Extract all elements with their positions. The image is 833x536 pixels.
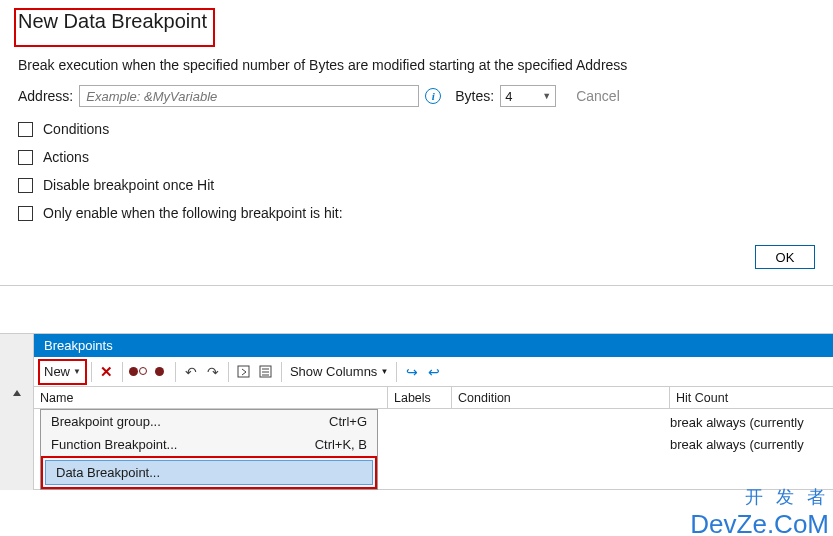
toolbar-separator (396, 362, 397, 382)
disable-once-hit-label: Disable breakpoint once Hit (43, 177, 214, 193)
breakpoints-grid: Name Labels Condition Hit Count Breakpoi… (34, 387, 833, 490)
actions-checkbox[interactable] (18, 150, 33, 165)
redo-icon[interactable]: ↷ (202, 361, 224, 383)
menu-item-label: Breakpoint group... (51, 414, 161, 429)
cell-hit-count: break always (currently (670, 415, 833, 430)
toolbar-separator (281, 362, 282, 382)
col-labels[interactable]: Labels (388, 387, 452, 408)
only-enable-when-row[interactable]: Only enable when the following breakpoin… (18, 205, 815, 221)
address-input[interactable] (79, 85, 419, 107)
menu-item-breakpoint-group[interactable]: Breakpoint group... Ctrl+G (41, 410, 377, 433)
actions-row[interactable]: Actions (18, 149, 815, 165)
disable-once-hit-row[interactable]: Disable breakpoint once Hit (18, 177, 815, 193)
toolbar-separator (175, 362, 176, 382)
expand-triangle-icon[interactable] (13, 390, 21, 396)
toolbar-separator (228, 362, 229, 382)
address-row: Address: i Bytes: 4 ▼ Cancel (18, 85, 815, 107)
cell-hit-count: break always (currently (670, 437, 833, 452)
grid-header: Name Labels Condition Hit Count (34, 387, 833, 409)
new-dropdown-button[interactable]: New ▼ (38, 359, 87, 385)
watermark-line2: DevZe.CoM (690, 509, 829, 536)
address-label: Address: (18, 88, 73, 104)
menu-item-label: Function Breakpoint... (51, 437, 177, 452)
enable-all-icon[interactable] (149, 361, 171, 383)
cancel-link[interactable]: Cancel (576, 88, 620, 104)
undo-icon[interactable]: ↶ (180, 361, 202, 383)
menu-item-data-breakpoint[interactable]: Data Breakpoint... (45, 460, 373, 485)
toggle-all-icon[interactable] (127, 361, 149, 383)
menu-item-label: Data Breakpoint... (56, 465, 160, 480)
chevron-down-icon: ▼ (73, 367, 81, 376)
only-enable-when-label: Only enable when the following breakpoin… (43, 205, 343, 221)
toolbar-separator (91, 362, 92, 382)
bytes-value: 4 (505, 89, 512, 104)
panel-gutter (0, 334, 34, 490)
panel-toolbar: New ▼ ✕ ↶ ↷ Show Columns (34, 357, 833, 387)
col-condition[interactable]: Condition (452, 387, 670, 408)
new-data-breakpoint-dialog: New Data Breakpoint Break execution when… (0, 0, 833, 285)
dialog-description: Break execution when the specified numbe… (18, 57, 815, 73)
info-icon[interactable]: i (425, 88, 441, 104)
conditions-checkbox[interactable] (18, 122, 33, 137)
menu-item-highlight: Data Breakpoint... (41, 456, 377, 489)
go-to-disassembly-icon[interactable] (255, 361, 277, 383)
breakpoints-panel: Breakpoints New ▼ ✕ ↶ ↷ (0, 333, 833, 490)
new-button-label: New (44, 364, 70, 379)
actions-label: Actions (43, 149, 89, 165)
menu-item-shortcut: Ctrl+K, B (315, 437, 367, 452)
table-row[interactable]: break always (currently (432, 411, 833, 433)
svg-rect-0 (238, 366, 249, 377)
toolbar-separator (122, 362, 123, 382)
show-columns-label: Show Columns (290, 364, 377, 379)
menu-item-shortcut: Ctrl+G (329, 414, 367, 429)
dialog-title-highlight: New Data Breakpoint (14, 8, 215, 47)
export-icon[interactable]: ↩ (423, 361, 445, 383)
col-hit-count[interactable]: Hit Count (670, 387, 833, 408)
import-icon[interactable]: ↪ (401, 361, 423, 383)
bytes-select[interactable]: 4 ▼ (500, 85, 556, 107)
show-columns-dropdown[interactable]: Show Columns ▼ (286, 364, 392, 379)
col-name[interactable]: Name (34, 387, 388, 408)
watermark: 开 发 者 DevZe.CoM (690, 485, 829, 536)
conditions-label: Conditions (43, 121, 109, 137)
disable-once-hit-checkbox[interactable] (18, 178, 33, 193)
conditions-row[interactable]: Conditions (18, 121, 815, 137)
bytes-label: Bytes: (455, 88, 494, 104)
chevron-down-icon: ▼ (380, 367, 388, 376)
delete-icon[interactable]: ✕ (96, 361, 118, 383)
table-row[interactable]: break always (currently (432, 433, 833, 455)
go-to-source-icon[interactable] (233, 361, 255, 383)
menu-item-function-breakpoint[interactable]: Function Breakpoint... Ctrl+K, B (41, 433, 377, 456)
dialog-title: New Data Breakpoint (18, 10, 207, 33)
only-enable-when-checkbox[interactable] (18, 206, 33, 221)
chevron-down-icon: ▼ (542, 91, 551, 101)
ok-button[interactable]: OK (755, 245, 815, 269)
panel-title: Breakpoints (34, 334, 833, 357)
grid-body: break always (currently break always (cu… (432, 409, 833, 455)
